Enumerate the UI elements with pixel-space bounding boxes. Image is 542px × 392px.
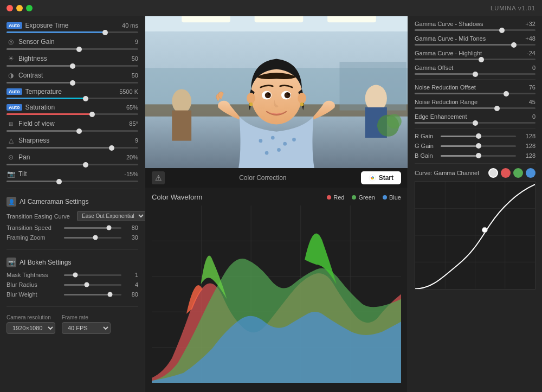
- exposure-time-slider[interactable]: [7, 31, 138, 33]
- g-gain-label: G Gain: [415, 143, 437, 149]
- sensor-gain-slider[interactable]: [7, 48, 138, 50]
- curve-svg: [415, 182, 535, 289]
- framing-zoom-value: 30: [125, 234, 138, 241]
- gamma-offset-slider[interactable]: [415, 73, 535, 75]
- edge-enhancement-label: Edge Enhancement: [415, 113, 467, 120]
- b-gain-value: 128: [519, 152, 535, 159]
- saturation-label: Saturation: [25, 104, 55, 111]
- color-correction-label: Color Correction: [239, 174, 286, 182]
- blur-weight-row: Blur Weight 80: [7, 291, 138, 298]
- curve-channel-white[interactable]: [488, 168, 498, 178]
- curve-section: Curve: Gamma Channel: [415, 168, 535, 290]
- ai-cameraman-title: AI Cameraman Settings: [20, 198, 88, 205]
- framing-zoom-row: Framing Zoom 30: [7, 234, 138, 241]
- start-button-label: Start: [379, 174, 393, 182]
- right-sep-3: [415, 163, 535, 164]
- framing-zoom-label: Framing Zoom: [7, 234, 61, 241]
- warning-icon[interactable]: ⚠: [152, 171, 165, 184]
- svg-point-15: [271, 136, 275, 140]
- gamma-shadows-control: Gamma Curve - Shadows +32: [415, 21, 535, 31]
- edge-enhancement-value: 0: [532, 113, 535, 120]
- brightness-icon: ☀: [7, 54, 15, 63]
- right-panel: Gamma Curve - Shadows +32 Gamma Curve - …: [408, 16, 542, 392]
- gamma-highlight-control: Gamma Curve - Highlight -24: [415, 50, 535, 60]
- curve-channel-red[interactable]: [501, 168, 511, 178]
- mask-tightness-slider[interactable]: [64, 274, 121, 276]
- field-of-view-slider[interactable]: [7, 130, 138, 132]
- svg-point-26: [268, 93, 270, 95]
- right-sep-2: [415, 128, 535, 128]
- sharpness-slider[interactable]: [7, 147, 138, 149]
- exposure-time-value: 40 ms: [122, 22, 138, 29]
- camera-controls: Camera resolution 1920×1080 1280×720 384…: [0, 310, 145, 338]
- section-separator-2: [7, 249, 138, 250]
- contrast-control: ◑ Contrast 50: [0, 70, 145, 87]
- blur-radius-slider[interactable]: [64, 284, 121, 286]
- transition-speed-value: 80: [125, 224, 138, 231]
- legend-green: Green: [352, 194, 375, 201]
- legend-label-green: Green: [358, 194, 375, 201]
- temperature-value: 5500 K: [119, 88, 138, 95]
- transition-speed-slider[interactable]: [64, 227, 121, 229]
- maximize-button[interactable]: [26, 5, 33, 11]
- video-area: ⚠ Color Correction Start: [145, 16, 408, 188]
- close-button[interactable]: [7, 5, 13, 11]
- transition-easing-label: Transition Easing Curve: [7, 213, 77, 220]
- mask-tightness-label: Mask Tightness: [7, 272, 61, 278]
- r-gain-slider[interactable]: [441, 136, 516, 137]
- resolution-select[interactable]: 1920×1080 1280×720 3840×2160: [7, 322, 55, 334]
- svg-point-17: [265, 151, 269, 155]
- saturation-slider[interactable]: [7, 113, 138, 115]
- svg-point-13: [387, 114, 402, 128]
- minimize-button[interactable]: [16, 5, 23, 11]
- contrast-label: Contrast: [18, 72, 43, 79]
- curve-channel-blue[interactable]: [526, 168, 535, 178]
- legend-dot-red: [327, 195, 331, 200]
- pan-slider[interactable]: [7, 164, 138, 165]
- transition-easing-row: Transition Easing Curve Ease Out Exponen…: [7, 211, 138, 221]
- legend-red: Red: [327, 194, 344, 201]
- g-gain-control: G Gain 128: [415, 143, 535, 149]
- curve-channel-buttons: [488, 168, 535, 178]
- contrast-slider[interactable]: [7, 82, 138, 83]
- pan-value: 20%: [126, 154, 138, 160]
- svg-rect-11: [172, 111, 191, 141]
- tilt-control: 📷 Tilt -15%: [0, 169, 145, 185]
- brightness-slider[interactable]: [7, 65, 138, 67]
- gamma-midtones-label: Gamma Curve - Mid Tones: [415, 35, 486, 42]
- svg-point-25: [285, 92, 291, 98]
- b-gain-slider[interactable]: [441, 155, 516, 157]
- noise-reduction-range-slider[interactable]: [415, 107, 535, 109]
- sharpness-control: △ Sharpness 9: [0, 135, 145, 152]
- blur-weight-slider[interactable]: [64, 294, 121, 295]
- noise-reduction-offset-slider[interactable]: [415, 93, 535, 94]
- svg-point-29: [298, 93, 306, 104]
- gamma-midtones-slider[interactable]: [415, 44, 535, 46]
- start-button[interactable]: Start: [361, 171, 401, 184]
- temperature-slider[interactable]: [7, 98, 138, 99]
- g-gain-slider[interactable]: [441, 145, 516, 147]
- transition-easing-select[interactable]: Ease Out Exponential Ease In Linear: [77, 211, 145, 221]
- field-of-view-icon: ⊞: [7, 119, 15, 128]
- framerate-select[interactable]: 40 FPS 30 FPS 60 FPS: [62, 322, 111, 334]
- traffic-lights: [7, 5, 33, 11]
- saturation-value: 65%: [126, 104, 138, 111]
- field-of-view-label: Field of view: [18, 120, 55, 127]
- curve-channel-green[interactable]: [513, 168, 523, 178]
- r-gain-control: R Gain 128: [415, 133, 535, 139]
- b-gain-label: B Gain: [415, 152, 437, 159]
- gamma-shadows-slider[interactable]: [415, 29, 535, 31]
- framing-zoom-slider[interactable]: [64, 237, 121, 239]
- gamma-highlight-slider[interactable]: [415, 59, 535, 60]
- gamma-highlight-value: -24: [527, 50, 535, 56]
- auto-badge-exposure: Auto: [7, 22, 22, 29]
- legend-blue: Blue: [383, 194, 401, 201]
- ai-cameraman-section: 👤 AI Cameraman Settings Transition Easin…: [0, 192, 145, 246]
- tilt-slider[interactable]: [7, 181, 138, 182]
- ai-cameraman-icon: 👤: [7, 197, 16, 207]
- field-of-view-control: ⊞ Field of view 85°: [0, 118, 145, 135]
- edge-enhancement-slider[interactable]: [415, 122, 535, 124]
- svg-point-24: [265, 92, 271, 98]
- legend-label-blue: Blue: [389, 194, 401, 201]
- ai-bokeh-icon: 📷: [7, 258, 16, 267]
